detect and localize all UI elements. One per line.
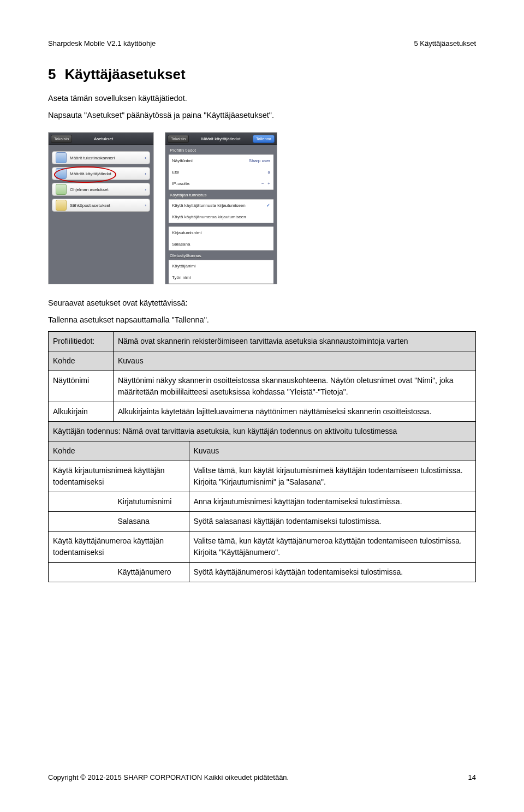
section-header: Käyttäjän tunnistus bbox=[165, 190, 277, 199]
col-kuvaus: Kuvaus bbox=[189, 441, 476, 461]
header-right: 5 Käyttäjäasetukset bbox=[414, 39, 476, 47]
cell-desc: Syötä käyttäjänumerosi käyttäjän todenta… bbox=[189, 563, 476, 582]
highlight-ring bbox=[54, 166, 116, 183]
para-3: Seuraavat asetukset ovat käytettävissä: bbox=[48, 297, 476, 309]
back-button[interactable]: Takaisin bbox=[51, 135, 72, 143]
row-label: Sähköpostiasetukset bbox=[70, 203, 110, 208]
row-label: Määrit tulostin/skanneri bbox=[70, 156, 115, 160]
screenshot-userinfo: Takaisin Määrit käyttäjätiedot Tallenna … bbox=[165, 132, 277, 284]
settings-row[interactable]: Sähköpostiasetukset› bbox=[52, 199, 150, 212]
para-1: Aseta tämän sovelluksen käyttäjätiedot. bbox=[48, 93, 476, 104]
title-number: 5 bbox=[48, 66, 56, 82]
titlebar-title: Asetukset bbox=[94, 136, 113, 141]
cell-name: Kirjatutumisnimi bbox=[114, 492, 189, 512]
cell-name: Käytä kirjautumisnimeä käyttäjän todenta… bbox=[49, 461, 189, 492]
printer-icon bbox=[56, 152, 67, 163]
auth-row[interactable]: Käytä käyttäjätunnusta kirjautumiseen✓ bbox=[169, 199, 273, 212]
screenshot-row: Takaisin Asetukset Määrit tulostin/skann… bbox=[48, 132, 476, 284]
settings-row[interactable]: Ohjelman asetukset› bbox=[52, 183, 150, 196]
cell-desc: Näyttönimi näkyy skannerin osoitteistoss… bbox=[114, 371, 476, 402]
section-header: Oletustyötunnus bbox=[165, 250, 277, 260]
back-button[interactable]: Takaisin bbox=[168, 135, 189, 143]
check-icon: ✓ bbox=[266, 203, 270, 208]
row-label: Käyttäjänimi bbox=[172, 264, 196, 268]
row-label: Käytä käyttäjänumeroa kirjautumiseen bbox=[172, 214, 246, 219]
cell-profiletitle: Profiilitiedot: bbox=[49, 332, 114, 351]
job-row[interactable]: Käyttäjänimi bbox=[169, 260, 273, 272]
chevron-icon: › bbox=[145, 187, 146, 192]
chevron-icon: › bbox=[145, 171, 146, 176]
cell-name: Salasana bbox=[114, 512, 189, 532]
row-value: a bbox=[268, 170, 270, 175]
row-value: Sharp user bbox=[249, 158, 270, 163]
para-4: Tallenna asetukset napsauttamalla "Talle… bbox=[48, 314, 476, 326]
row-label: Kirjautumisnimi bbox=[172, 230, 201, 235]
screenshot-settings: Takaisin Asetukset Määrit tulostin/skann… bbox=[48, 132, 154, 284]
title-text: Käyttäjäasetukset bbox=[64, 66, 185, 82]
job-row[interactable]: Työn nimi bbox=[169, 272, 273, 284]
save-button[interactable]: Tallenna bbox=[253, 135, 275, 143]
cell-name: Käytä käyttäjänumeroa käyttäjän todentam… bbox=[49, 532, 189, 563]
row-label: Etsi bbox=[172, 170, 179, 175]
auth-row[interactable]: Käytä käyttäjänumeroa kirjautumiseen bbox=[169, 211, 273, 223]
row-label: Käytä käyttäjätunnusta kirjautumiseen bbox=[172, 203, 246, 208]
row-label: IP-osoite: bbox=[172, 181, 190, 186]
cell-desc: Anna kirjautumisnimesi käyttäjän todenta… bbox=[189, 492, 476, 512]
auth-row[interactable]: Kirjautumisnimi bbox=[169, 226, 273, 239]
col-kohde: Kohde bbox=[49, 351, 114, 371]
cell-desc: Alkukirjainta käytetään lajitteluavaimen… bbox=[114, 402, 476, 422]
stepper-icon[interactable]: − + bbox=[261, 181, 270, 186]
cell-profiledesc: Nämä ovat skannerin rekisteröimiseen tar… bbox=[114, 332, 476, 351]
titlebar-title: Määrit käyttäjätiedot bbox=[201, 136, 241, 141]
titlebar: Takaisin Määrit käyttäjätiedot Tallenna bbox=[165, 133, 277, 145]
profile-row[interactable]: IP-osoite:− + bbox=[169, 178, 273, 190]
auth-row[interactable]: Salasana bbox=[169, 238, 273, 250]
profile-row[interactable]: NäyttönimiSharp user bbox=[169, 154, 273, 167]
row-label: Työn nimi bbox=[172, 275, 190, 280]
cell-name: Alkukirjain bbox=[49, 402, 114, 422]
section-header: Profiilin tiedot bbox=[165, 145, 277, 154]
cell-name: Näyttönimi bbox=[49, 371, 114, 402]
chevron-icon: › bbox=[145, 203, 146, 208]
header-left: Sharpdesk Mobile V2.1 käyttöohje bbox=[48, 39, 156, 47]
para-2: Napsauta "Asetukset" päänäytössä ja pain… bbox=[48, 110, 476, 121]
mail-icon bbox=[56, 200, 67, 211]
row-label: Ohjelman asetukset bbox=[70, 187, 109, 192]
settings-row-user[interactable]: Määritä käyttäjätiedot› bbox=[52, 167, 150, 180]
cell-desc: Valitse tämä, kun käytät kirjautumisnime… bbox=[189, 461, 476, 492]
col-kuvaus: Kuvaus bbox=[114, 351, 476, 371]
row-label: Salasana bbox=[172, 242, 190, 247]
cell-desc: Syötä salasanasi käyttäjän todentamiseks… bbox=[189, 512, 476, 532]
cell-name: Käyttäjänumero bbox=[114, 563, 189, 582]
footer-copyright: Copyright © 2012-2015 SHARP CORPORATION … bbox=[48, 773, 289, 781]
cell-authsection: Käyttäjän todennus: Nämä ovat tarvittavi… bbox=[49, 422, 476, 441]
gear-icon bbox=[56, 184, 67, 195]
profile-row[interactable]: Etsia bbox=[169, 166, 273, 178]
row-label: Näyttönimi bbox=[172, 158, 193, 163]
cell-desc: Valitse tämä, kun käytät käyttäjänumeroa… bbox=[189, 532, 476, 563]
page-number: 14 bbox=[468, 773, 476, 781]
settings-table: Profiilitiedot: Nämä ovat skannerin reki… bbox=[48, 331, 476, 582]
col-kohde: Kohde bbox=[49, 441, 189, 461]
page-title: 5Käyttäjäasetukset bbox=[48, 66, 476, 83]
chevron-icon: › bbox=[145, 156, 146, 160]
settings-row[interactable]: Määrit tulostin/skanneri› bbox=[52, 151, 150, 164]
titlebar: Takaisin Asetukset bbox=[49, 133, 153, 145]
